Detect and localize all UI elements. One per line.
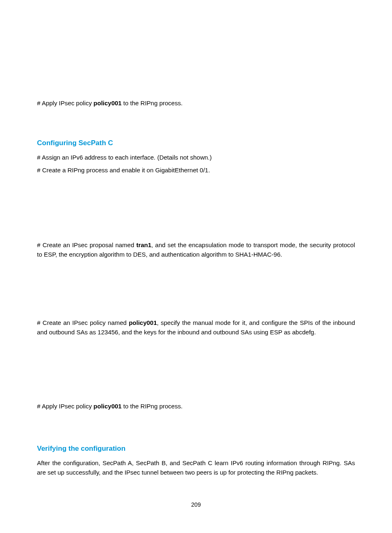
spacer [37, 415, 355, 443]
document-page: # Apply IPsec policy policy001 to the RI… [0, 0, 392, 533]
paragraph-verify-text: After the configuration, SecPath A, SecP… [37, 459, 355, 477]
bold-term-tran1: tran1 [136, 241, 152, 248]
bold-term-policy001: policy001 [94, 100, 122, 107]
paragraph-apply-policy-top: # Apply IPsec policy policy001 to the RI… [37, 99, 355, 108]
spacer [37, 178, 355, 241]
paragraph-text: # Create an IPsec policy named [37, 319, 129, 326]
paragraph-text: # Apply IPsec policy [37, 100, 94, 107]
bold-term-policy001: policy001 [94, 403, 122, 410]
paragraph-create-ripng: # Create a RIPng process and enable it o… [37, 166, 355, 175]
heading-configuring-secpath-c: Configuring SecPath C [37, 138, 355, 148]
paragraph-assign-ipv6: # Assign an IPv6 address to each interfa… [37, 153, 355, 162]
bold-term-policy001: policy001 [129, 319, 157, 326]
paragraph-create-ipsec-proposal: # Create an IPsec proposal named tran1, … [37, 241, 355, 259]
paragraph-text: to the RIPng process. [122, 100, 182, 107]
heading-verifying-configuration: Verifying the configuration [37, 443, 355, 454]
paragraph-text: # Create an IPsec proposal named [37, 241, 136, 248]
paragraph-text: to the RIPng process. [122, 403, 182, 410]
spacer [37, 111, 355, 138]
spacer [37, 262, 355, 318]
page-number: 209 [0, 501, 392, 509]
paragraph-text: # Apply IPsec policy [37, 403, 94, 410]
paragraph-create-ipsec-policy: # Create an IPsec policy named policy001… [37, 318, 355, 337]
paragraph-apply-policy-bottom: # Apply IPsec policy policy001 to the RI… [37, 402, 355, 411]
spacer [37, 340, 355, 402]
